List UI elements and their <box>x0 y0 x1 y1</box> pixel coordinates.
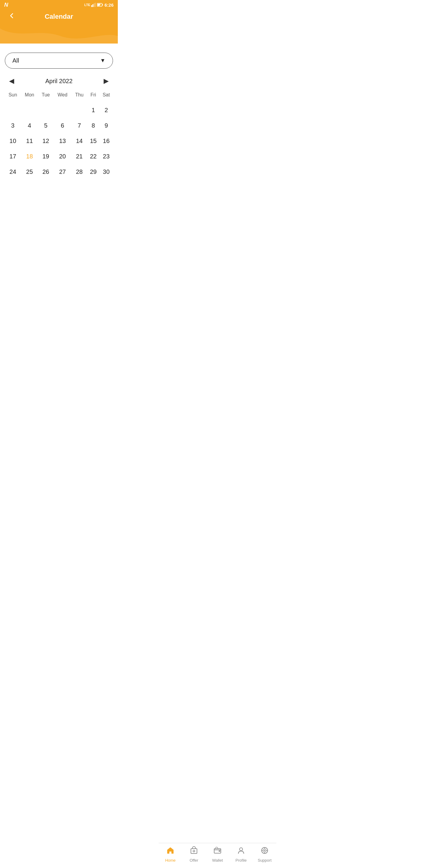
calendar-day[interactable]: 5 <box>38 118 54 133</box>
calendar-day[interactable]: 23 <box>99 149 113 164</box>
page-title: Calendar <box>45 13 73 21</box>
calendar-day[interactable]: 7 <box>72 118 87 133</box>
prev-month-button[interactable]: ◀ <box>6 76 17 86</box>
calendar-day[interactable]: 30 <box>99 164 113 180</box>
calendar-week-row: 10111213141516 <box>5 133 113 149</box>
calendar-day[interactable]: 9 <box>99 118 113 133</box>
next-month-button[interactable]: ▶ <box>101 76 112 86</box>
calendar-day[interactable]: 17 <box>5 149 21 164</box>
calendar-week-row: 17181920212223 <box>5 149 113 164</box>
filter-dropdown[interactable]: All ▼ <box>5 53 113 69</box>
svg-text:⚡: ⚡ <box>99 4 101 7</box>
calendar-day[interactable]: 24 <box>5 164 21 180</box>
battery-icon: ⚡ <box>97 3 103 7</box>
calendar-nav: ◀ April 2022 ▶ <box>6 76 112 86</box>
weekday-sat: Sat <box>99 90 113 102</box>
calendar-day[interactable]: 3 <box>5 118 21 133</box>
app-logo: N <box>4 2 8 8</box>
calendar-day[interactable]: 8 <box>87 118 99 133</box>
weekday-tue: Tue <box>38 90 54 102</box>
calendar-day[interactable]: 26 <box>38 164 54 180</box>
calendar-day[interactable]: 6 <box>54 118 72 133</box>
bottom-spacer <box>0 186 118 216</box>
calendar-empty-day <box>21 102 38 118</box>
calendar-day[interactable]: 19 <box>38 149 54 164</box>
calendar-day[interactable]: 18 <box>21 149 38 164</box>
calendar-day[interactable]: 22 <box>87 149 99 164</box>
calendar-week-row: 3456789 <box>5 118 113 133</box>
svg-rect-2 <box>94 3 95 7</box>
chevron-down-icon: ▼ <box>100 57 105 64</box>
back-button[interactable] <box>6 11 18 22</box>
main-content: All ▼ ◀ April 2022 ▶ Sun Mon Tue Wed Thu… <box>0 43 118 186</box>
calendar-day[interactable]: 1 <box>87 102 99 118</box>
weekday-mon: Mon <box>21 90 38 102</box>
weekday-header-row: Sun Mon Tue Wed Thu Fri Sat <box>5 90 113 102</box>
svg-rect-3 <box>95 3 96 7</box>
status-icons: LTE ⚡ <box>84 3 103 7</box>
weekday-wed: Wed <box>54 90 72 102</box>
signal-icon <box>91 3 96 7</box>
calendar-empty-day <box>5 102 21 118</box>
weekday-fri: Fri <box>87 90 99 102</box>
lte-icon: LTE <box>84 3 90 7</box>
svg-rect-6 <box>102 4 103 6</box>
calendar-empty-day <box>54 102 72 118</box>
calendar-day[interactable]: 14 <box>72 133 87 149</box>
weekday-thu: Thu <box>72 90 87 102</box>
month-year-label: April 2022 <box>45 78 72 85</box>
calendar-table: Sun Mon Tue Wed Thu Fri Sat 123456789101… <box>5 90 113 180</box>
calendar-empty-day <box>72 102 87 118</box>
calendar-day[interactable]: 27 <box>54 164 72 180</box>
wave-decoration <box>0 25 118 43</box>
dropdown-value: All <box>12 57 19 64</box>
calendar-empty-day <box>38 102 54 118</box>
svg-rect-1 <box>93 4 93 7</box>
calendar-day[interactable]: 28 <box>72 164 87 180</box>
weekday-sun: Sun <box>5 90 21 102</box>
calendar-day[interactable]: 16 <box>99 133 113 149</box>
calendar-day[interactable]: 2 <box>99 102 113 118</box>
calendar-day[interactable]: 12 <box>38 133 54 149</box>
header: Calendar <box>0 10 118 25</box>
status-left: N <box>4 2 8 8</box>
calendar-day[interactable]: 10 <box>5 133 21 149</box>
calendar-day[interactable]: 29 <box>87 164 99 180</box>
header-top: Calendar <box>6 13 112 25</box>
calendar-day[interactable]: 11 <box>21 133 38 149</box>
calendar-day[interactable]: 20 <box>54 149 72 164</box>
calendar-day[interactable]: 4 <box>21 118 38 133</box>
calendar-day[interactable]: 21 <box>72 149 87 164</box>
status-right: LTE ⚡ 6:26 <box>84 2 113 7</box>
calendar-week-row: 24252627282930 <box>5 164 113 180</box>
svg-rect-0 <box>91 5 92 7</box>
calendar-day[interactable]: 15 <box>87 133 99 149</box>
calendar-day[interactable]: 25 <box>21 164 38 180</box>
status-time: 6:26 <box>104 2 113 7</box>
status-bar: N LTE ⚡ 6:26 <box>0 0 118 10</box>
calendar-week-row: 12 <box>5 102 113 118</box>
calendar-day[interactable]: 13 <box>54 133 72 149</box>
